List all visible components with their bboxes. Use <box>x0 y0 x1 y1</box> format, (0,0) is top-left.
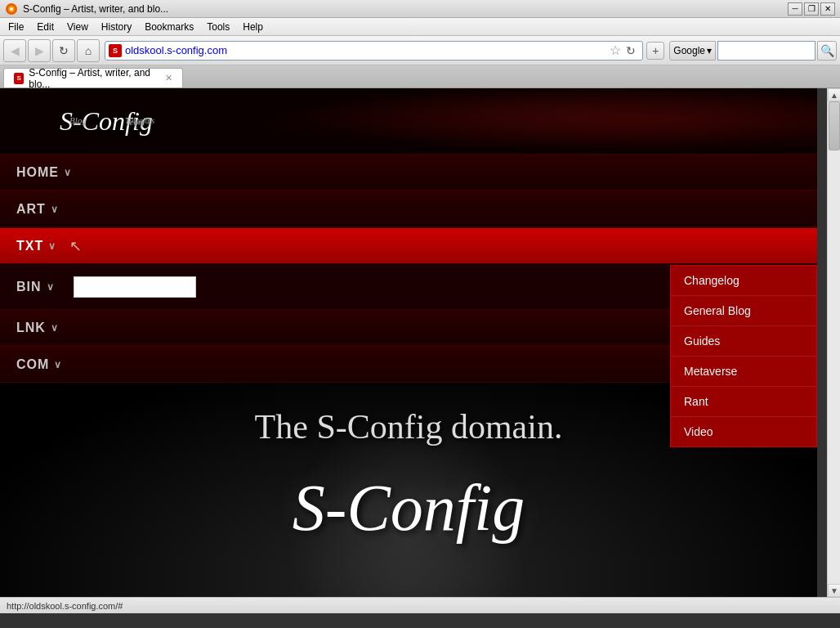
nav-home: HOME ∨ <box>0 154 817 191</box>
search-engine-button[interactable]: Google ▾ <box>669 41 716 61</box>
menu-item-bookmarks[interactable]: Bookmarks <box>138 20 200 34</box>
nav-art-label: ART <box>16 202 46 217</box>
menubar: FileEditViewHistoryBookmarksToolsHelp <box>0 18 840 36</box>
site-logo-area: S-Config Blog Tutorials .com <box>0 88 212 154</box>
logo-blog-label: Blog <box>69 115 87 125</box>
dropdown-video-label: Video <box>684 425 713 438</box>
nav-art-chevron-icon: ∨ <box>51 204 59 215</box>
hero-logo-text: S-Config <box>293 472 525 544</box>
nav-com-chevron-icon: ∨ <box>54 359 62 370</box>
nav-txt-label: TXT <box>16 239 43 253</box>
address-bar-wrap: S ☆ ↻ <box>105 41 643 61</box>
add-tab-button[interactable]: + <box>646 42 664 60</box>
dropdown-item-rant[interactable]: Rant <box>671 387 816 417</box>
tab-label: S-Config – Artist, writer, and blo... <box>29 67 157 90</box>
nav-lnk-label: LNK <box>16 321 46 335</box>
toolbar: ◀ ▶ ↻ ⌂ S ☆ ↻ + Google ▾ 🔍 <box>0 36 840 65</box>
dropdown-general-blog-label: General Blog <box>684 304 751 317</box>
restore-button[interactable]: ❐ <box>804 2 819 16</box>
dropdown-item-guides[interactable]: Guides <box>671 326 816 357</box>
search-input-wrap <box>717 41 815 61</box>
website: S-Config Blog Tutorials .com HOME ∨ ART … <box>0 88 817 597</box>
address-reload-icon[interactable]: ↻ <box>623 44 639 57</box>
header-decor-overlay <box>245 88 817 154</box>
dropdown-item-general-blog[interactable]: General Blog <box>671 296 816 326</box>
titlebar: S-Config – Artist, writer, and blo... ─ … <box>0 0 840 18</box>
nav-item-home[interactable]: HOME ∨ <box>0 155 88 190</box>
search-engine-label: Google <box>673 45 705 56</box>
close-button[interactable]: ✕ <box>820 2 835 16</box>
search-bar-container: Google ▾ 🔍 <box>669 41 837 61</box>
tab-favicon: S <box>14 73 24 84</box>
statusbar: http://oldskool.s-config.com/# <box>0 597 840 613</box>
nav-item-art[interactable]: ART ∨ <box>0 191 75 227</box>
nav-art: ART ∨ <box>0 191 817 227</box>
search-input[interactable] <box>722 45 795 56</box>
nav-item-bin[interactable]: BIN ∨ <box>0 264 71 309</box>
hero-logo: S-Config <box>293 471 525 545</box>
nav-home-label: HOME <box>16 165 59 180</box>
nav-com-label: COM <box>16 357 49 372</box>
menu-item-help[interactable]: Help <box>236 20 270 34</box>
browser-content-area: S-Config Blog Tutorials .com HOME ∨ ART … <box>0 88 840 597</box>
nav-lnk-chevron-icon: ∨ <box>51 322 59 334</box>
back-button[interactable]: ◀ <box>3 39 26 62</box>
nav-home-chevron-icon: ∨ <box>64 167 72 178</box>
nav-bin-chevron-icon: ∨ <box>47 281 55 293</box>
nav-txt: TXT ∨ ↖ Changelog General Blog Guides Me… <box>0 227 817 264</box>
nav-item-txt[interactable]: TXT ∨ <box>0 228 73 263</box>
dropdown-changelog-label: Changelog <box>684 274 739 287</box>
hero-title: The S-Config domain. <box>255 407 563 446</box>
site-logo: S-Config Blog Tutorials .com <box>60 106 153 137</box>
menu-item-history[interactable]: History <box>95 20 138 34</box>
home-button[interactable]: ⌂ <box>77 39 100 62</box>
nav-item-lnk[interactable]: LNK ∨ <box>0 310 75 345</box>
menu-item-file[interactable]: File <box>2 20 30 34</box>
cursor-indicator: ↖ <box>69 237 82 255</box>
site-header: S-Config Blog Tutorials .com <box>0 88 817 154</box>
address-input[interactable] <box>125 44 608 56</box>
minimize-button[interactable]: ─ <box>788 2 802 16</box>
scroll-track[interactable] <box>828 101 840 584</box>
address-bar-container: S ☆ ↻ + <box>105 41 664 61</box>
dropdown-rant-label: Rant <box>684 395 708 408</box>
menu-item-edit[interactable]: Edit <box>30 20 60 34</box>
tab-close-button[interactable]: ✕ <box>165 73 172 83</box>
scroll-thumb[interactable] <box>829 101 840 150</box>
logo-com-label: .com <box>127 117 145 127</box>
tabbar: S S-Config – Artist, writer, and blo... … <box>0 65 840 88</box>
dropdown-guides-label: Guides <box>684 334 720 348</box>
window-controls: ─ ❐ ✕ <box>788 2 835 16</box>
svg-point-2 <box>10 7 13 11</box>
scroll-down-button[interactable]: ▼ <box>828 584 840 597</box>
dropdown-item-video[interactable]: Video <box>671 417 816 446</box>
menu-item-tools[interactable]: Tools <box>200 20 236 34</box>
nav-item-com[interactable]: COM ∨ <box>0 347 78 382</box>
scroll-up-button[interactable]: ▲ <box>828 88 840 101</box>
nav-txt-chevron-icon: ∨ <box>48 240 56 252</box>
search-go-button[interactable]: 🔍 <box>817 41 837 61</box>
dropdown-metaverse-label: Metaverse <box>684 365 737 378</box>
dropdown-item-metaverse[interactable]: Metaverse <box>671 357 816 387</box>
dropdown-item-changelog[interactable]: Changelog <box>671 266 816 296</box>
active-tab[interactable]: S S-Config – Artist, writer, and blo... … <box>3 68 183 87</box>
window-title: S-Config – Artist, writer, and blo... <box>23 3 788 15</box>
bookmark-star-icon[interactable]: ☆ <box>608 43 623 58</box>
nav-bin-label: BIN <box>16 280 42 294</box>
status-url: http://oldskool.s-config.com/# <box>7 601 123 611</box>
site-search-box[interactable] <box>74 276 196 298</box>
txt-dropdown: Changelog General Blog Guides Metaverse … <box>670 265 817 447</box>
scrollbar: ▲ ▼ <box>827 88 840 597</box>
search-engine-chevron-icon: ▾ <box>707 45 712 56</box>
reload-button[interactable]: ↻ <box>52 39 75 62</box>
menu-item-view[interactable]: View <box>60 20 95 34</box>
site-favicon: S <box>109 44 122 57</box>
forward-button[interactable]: ▶ <box>28 39 51 62</box>
firefox-icon <box>5 2 18 16</box>
